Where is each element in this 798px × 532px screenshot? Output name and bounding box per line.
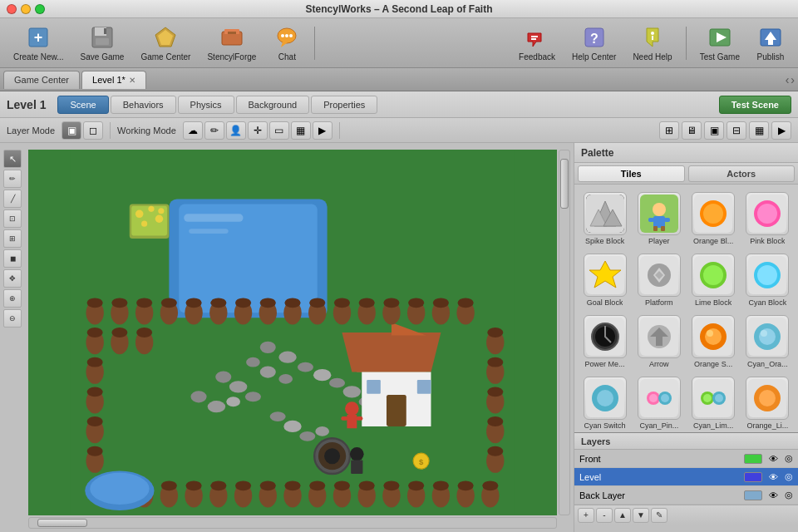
tab-game-center[interactable]: Game Center (3, 71, 80, 89)
tab-nav-forward[interactable]: › (791, 73, 795, 86)
working-mode-play[interactable]: ▶ (313, 121, 332, 140)
layer-down-button[interactable]: ▼ (633, 508, 649, 523)
mode-bar: Layer Mode ▣ ◻ Working Mode ☁ ✏ 👤 ✛ ▭ ▦ … (0, 118, 798, 143)
tool-zoom-in[interactable]: ⊕ (3, 289, 22, 308)
svg-rect-22 (652, 36, 653, 40)
layer-front-eye[interactable]: 👁 (769, 454, 778, 464)
close-button[interactable] (7, 4, 17, 14)
tool-move[interactable]: ✥ (3, 269, 22, 288)
canvas-vscroll-thumb[interactable] (560, 159, 569, 209)
palette-item-cyan-ora[interactable]: Cyan_Ora... (742, 313, 793, 371)
tool-stamp[interactable]: ⊞ (3, 229, 22, 248)
canvas-mode-2[interactable]: 🖥 (682, 121, 702, 140)
scene-tab-properties[interactable]: Properties (311, 96, 377, 114)
palette-item-player[interactable]: Player (633, 190, 684, 248)
layer-front[interactable]: Front 👁 ◎ (574, 450, 798, 468)
layer-add-button[interactable]: + (578, 508, 594, 523)
palette-item-platform[interactable]: Platform (633, 251, 684, 309)
working-mode-grid[interactable]: ▦ (291, 121, 311, 140)
palette-item-pink-block[interactable]: Pink Block (742, 190, 793, 248)
palette-item-cyan-switch[interactable]: Cyan Switch (579, 374, 630, 432)
svg-rect-31 (189, 229, 229, 234)
palette-item-power-me[interactable]: Power Me... (579, 313, 630, 371)
palette-tab-tiles[interactable]: Tiles (578, 165, 685, 182)
working-mode-rect[interactable]: ▭ (269, 121, 289, 140)
canvas-mode-1[interactable]: ⊞ (659, 121, 679, 140)
layer-front-lock[interactable]: ◎ (785, 453, 793, 464)
canvas-vertical-scrollbar[interactable] (559, 150, 570, 515)
layer-edit-button[interactable]: ✎ (651, 508, 667, 523)
working-mode-person[interactable]: 👤 (226, 121, 246, 140)
tab-level-close[interactable]: ✕ (129, 76, 135, 85)
palette-item-goal-block[interactable]: Goal Block (579, 251, 630, 309)
game-canvas[interactable]: $ (28, 150, 557, 515)
palette-item-orange-s[interactable]: Orange S... (688, 313, 739, 371)
tool-line[interactable]: ╱ (3, 190, 22, 208)
tool-eraser[interactable]: ⊡ (3, 209, 22, 228)
scene-tab-scene[interactable]: Scene (57, 96, 108, 114)
canvas-mode-4[interactable]: ⊟ (727, 121, 746, 140)
layer-remove-button[interactable]: - (596, 508, 613, 523)
test-scene-button[interactable]: Test Scene (719, 96, 791, 114)
toolbar-game-center[interactable]: Game Center (134, 21, 197, 65)
window-controls[interactable] (7, 4, 45, 14)
palette-item-cyan-block[interactable]: Cyan Block (742, 251, 793, 309)
tab-navigation[interactable]: ‹ › (786, 73, 795, 86)
toolbar-publish[interactable]: Publish (750, 21, 791, 65)
layer-mode-outline[interactable]: ◻ (83, 121, 103, 140)
palette-name-pink-block: Pink Block (750, 237, 785, 245)
palette-item-orange-li[interactable]: Orange_Li... (742, 374, 793, 432)
layer-back[interactable]: Back Layer 👁 ◎ (574, 486, 798, 505)
layer-level-eye[interactable]: 👁 (769, 472, 778, 482)
svg-point-128 (487, 416, 503, 426)
palette-item-lime-block[interactable]: Lime Block (688, 251, 739, 309)
svg-point-37 (141, 221, 147, 227)
canvas-horizontal-scrollbar[interactable] (28, 517, 557, 529)
toolbar-chat[interactable]: Chat (266, 21, 308, 65)
toolbar-create-new[interactable]: + Create New... (7, 21, 71, 65)
svg-point-156 (458, 298, 474, 308)
layer-level-lock[interactable]: ◎ (785, 471, 793, 482)
svg-point-134 (186, 298, 202, 308)
toolbar-need-help[interactable]: Need Help (626, 21, 678, 65)
layer-back-lock[interactable]: ◎ (785, 490, 793, 500)
working-mode-cloud[interactable]: ☁ (183, 121, 203, 140)
svg-point-48 (278, 374, 293, 384)
toolbar-stencylforge[interactable]: StencylForge (200, 21, 263, 65)
tool-fill[interactable]: ◼ (3, 249, 22, 268)
layer-level[interactable]: Level 👁 ◎ (574, 468, 798, 486)
tool-pencil[interactable]: ✏ (3, 170, 22, 188)
working-mode-group: ☁ ✏ 👤 ✛ ▭ ▦ ▶ (183, 121, 332, 140)
maximize-button[interactable] (35, 4, 45, 14)
toolbar-test-game[interactable]: Test Game (693, 21, 746, 65)
scene-tab-background[interactable]: Background (236, 96, 310, 114)
toolbar-help-center[interactable]: ? Help Center (565, 21, 623, 65)
palette-item-cyan-lim[interactable]: Cyan_Lim... (688, 374, 739, 432)
canvas-mode-5[interactable]: ▦ (749, 121, 769, 140)
minimize-button[interactable] (21, 4, 31, 14)
tab-nav-back[interactable]: ‹ (786, 73, 790, 86)
palette-item-cyan-pin[interactable]: Cyan_Pin... (633, 374, 684, 432)
palette-name-goal-block: Goal Block (587, 298, 623, 307)
layer-mode-filled[interactable]: ▣ (62, 121, 81, 140)
palette-item-spike-block[interactable]: Spike Block (579, 190, 630, 248)
toolbar-save-game[interactable]: Save Game (74, 21, 131, 65)
layers-header: Layers (574, 433, 798, 450)
tool-select[interactable]: ↖ (3, 150, 22, 168)
palette-tab-actors[interactable]: Actors (688, 165, 796, 182)
canvas-mode-3[interactable]: ▣ (704, 121, 724, 140)
scene-tab-physics[interactable]: Physics (178, 96, 234, 114)
palette-thumb-arrow (638, 315, 681, 358)
palette-item-arrow[interactable]: Arrow (633, 313, 684, 371)
layer-back-eye[interactable]: 👁 (769, 490, 778, 500)
palette-item-orange-block[interactable]: Orange Bl... (688, 190, 739, 248)
tool-zoom-out[interactable]: ⊖ (3, 309, 22, 328)
tab-level[interactable]: Level 1* ✕ (81, 71, 146, 89)
toolbar-feedback[interactable]: Feedback (512, 21, 562, 65)
canvas-play[interactable]: ▶ (771, 121, 791, 140)
canvas-hscroll-thumb[interactable] (37, 519, 87, 527)
working-mode-pencil[interactable]: ✏ (204, 121, 224, 140)
layer-up-button[interactable]: ▲ (614, 508, 631, 523)
working-mode-cross[interactable]: ✛ (248, 121, 268, 140)
scene-tab-behaviors[interactable]: Behaviors (111, 96, 176, 114)
